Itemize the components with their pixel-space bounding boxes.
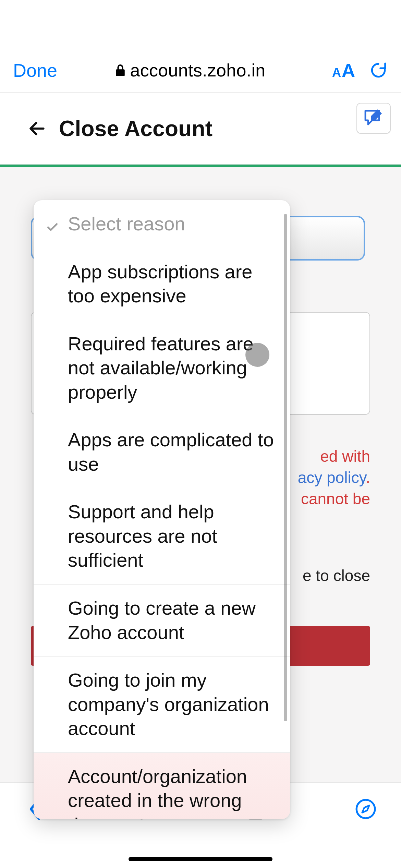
touch-indicator: [245, 343, 269, 367]
dropdown-option-label: Going to create a new Zoho account: [68, 597, 256, 643]
dropdown-option-placeholder[interactable]: Select reason: [34, 200, 290, 248]
text-size-button[interactable]: A A: [332, 60, 355, 81]
lock-icon: [114, 63, 126, 77]
dropdown-option[interactable]: Account/organization created in the wron…: [34, 753, 290, 819]
done-button[interactable]: Done: [13, 60, 57, 81]
dropdown-option-label: Select reason: [68, 213, 185, 234]
reload-button[interactable]: [369, 61, 388, 80]
safari-address-bar: Done accounts.zoho.in A A: [0, 51, 401, 89]
arrow-left-icon: [27, 119, 47, 138]
url-text: accounts.zoho.in: [130, 60, 266, 81]
dropdown-option-label: Support and help resources are not suffi…: [68, 501, 217, 571]
dropdown-scroll-area[interactable]: Select reason App subscriptions are too …: [34, 200, 290, 819]
dropdown-option-label: Required features are not available/work…: [68, 333, 254, 403]
scrollbar-thumb[interactable]: [284, 214, 287, 721]
text-size-large-a-icon: A: [342, 60, 355, 81]
dropdown-option[interactable]: Going to join my company's organization …: [34, 656, 290, 753]
text-size-small-a-icon: A: [332, 65, 341, 80]
dropdown-option[interactable]: Required features are not available/work…: [34, 320, 290, 417]
dropdown-option-label: Going to join my company's organization …: [68, 669, 269, 739]
dropdown-option[interactable]: App subscriptions are too expensive: [34, 248, 290, 320]
feedback-button[interactable]: [356, 103, 391, 134]
privacy-policy-link[interactable]: acy policy: [298, 469, 366, 486]
reason-dropdown-popover: Select reason App subscriptions are too …: [34, 200, 290, 819]
back-button[interactable]: [27, 119, 47, 138]
home-indicator: [129, 857, 272, 861]
dropdown-option[interactable]: Apps are complicated to use: [34, 416, 290, 488]
page-title: Close Account: [59, 116, 212, 141]
feedback-icon: [363, 108, 385, 129]
dropdown-option-label: App subscriptions are too expensive: [68, 261, 253, 307]
dropdown-option[interactable]: Support and help resources are not suffi…: [34, 488, 290, 584]
url-display[interactable]: accounts.zoho.in: [57, 60, 323, 81]
svg-point-1: [356, 800, 375, 818]
page-header: Close Account: [0, 93, 401, 165]
safari-top-chrome: Done accounts.zoho.in A A: [0, 0, 401, 93]
dropdown-option-label: Account/organization created in the wron…: [68, 765, 247, 819]
compass-icon: [354, 798, 377, 820]
progress-bar: [0, 165, 401, 167]
dropdown-option-label: Apps are complicated to use: [68, 429, 274, 475]
dropdown-option[interactable]: Going to create a new Zoho account: [34, 584, 290, 656]
reload-icon: [369, 61, 388, 80]
open-in-safari-button[interactable]: [352, 795, 380, 823]
check-icon: [46, 215, 59, 240]
